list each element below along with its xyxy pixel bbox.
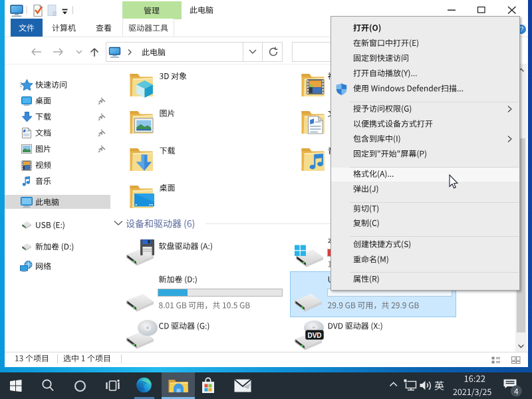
svg-text:DVD: DVD — [307, 332, 321, 339]
